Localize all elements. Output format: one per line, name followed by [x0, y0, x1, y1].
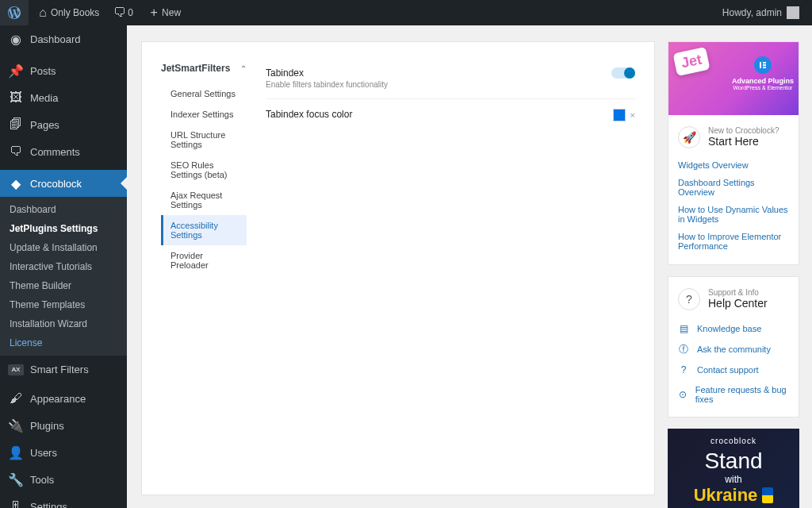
- settings-icon: 🎚: [8, 498, 24, 508]
- help-link-feature-requests[interactable]: ⊙Feature requests & bug fixes: [668, 380, 799, 409]
- tabindex-label: Tabindex: [266, 67, 603, 79]
- site-name: Only Books: [51, 7, 99, 18]
- comment-icon: 🗨: [8, 144, 24, 160]
- new-link[interactable]: +New: [140, 0, 187, 25]
- tabs-header[interactable]: JetSmartFilters⌃: [161, 58, 247, 83]
- tab-provider-preloader[interactable]: Provider Preloader: [161, 245, 247, 275]
- crocoblock-icon: ◆: [8, 175, 24, 191]
- submenu-dashboard[interactable]: Dashboard: [0, 200, 127, 219]
- link-improve-elementor[interactable]: How to Improve Elementor Performance: [678, 228, 789, 255]
- account-link[interactable]: Howdy, admin: [716, 0, 806, 25]
- focus-color-swatch[interactable]: [613, 109, 626, 121]
- adv-plugins-title: Advanced Plugins: [732, 77, 794, 85]
- tab-seo-rules-settings[interactable]: SEO Rules Settings (beta): [161, 155, 247, 185]
- submenu-update-installation[interactable]: Update & Installation: [0, 238, 127, 257]
- card-start-here: Jet Advanced Plugins WordPress & Element…: [668, 41, 799, 265]
- comment-icon: 🗨: [112, 5, 128, 21]
- sidebar-item-plugins[interactable]: 🔌Plugins: [0, 412, 127, 439]
- sidebar-item-settings[interactable]: 🎚Settings: [0, 493, 127, 508]
- smart-filters-badge: AX: [8, 364, 24, 375]
- jet-logo: Jet: [672, 47, 710, 76]
- ukraine-brand: crocoblock: [710, 437, 756, 445]
- tab-general-settings[interactable]: General Settings: [161, 83, 247, 104]
- plus-icon: +: [146, 5, 162, 21]
- sidebar-item-smart-filters[interactable]: AXSmart Filters: [0, 359, 127, 380]
- ukraine-stand: Stand: [704, 450, 762, 472]
- wordpress-logo[interactable]: [0, 0, 29, 25]
- plugin-icon: 🔌: [8, 418, 24, 433]
- appearance-icon: 🖌: [8, 391, 24, 406]
- sidebar-item-crocoblock[interactable]: ◆Crocoblock: [0, 170, 127, 197]
- user-icon: 👤: [8, 444, 24, 460]
- sidebar-item-tools[interactable]: 🔧Tools: [0, 466, 127, 493]
- ukraine-ribbon-icon: [762, 487, 773, 503]
- sidebar-item-users[interactable]: 👤Users: [0, 439, 127, 466]
- sidebar-item-pages[interactable]: 🗐Pages: [0, 111, 127, 138]
- media-icon: 🖾: [8, 90, 24, 106]
- adv-plugins-sub: WordPress & Elementor: [732, 85, 794, 90]
- card-help-center: ? Support & Info Help Center ▤Knowledge …: [668, 276, 799, 418]
- home-icon: ⌂: [35, 5, 51, 21]
- link-dynamic-values[interactable]: How to Use Dynamic Values in Widgets: [678, 201, 789, 228]
- settings-content: Tabindex Enable filters tabindex functio…: [266, 58, 635, 479]
- link-dashboard-settings-overview[interactable]: Dashboard Settings Overview: [678, 174, 789, 201]
- site-link[interactable]: ⌂Only Books: [29, 0, 105, 25]
- main-panel: JetSmartFilters⌃ General Settings Indexe…: [141, 41, 655, 495]
- wordpress-icon: [6, 5, 22, 21]
- tabindex-desc: Enable filters tabindex functionality: [266, 80, 603, 89]
- elementor-icon: [754, 56, 772, 74]
- setting-row-tabindex: Tabindex Enable filters tabindex functio…: [266, 58, 635, 99]
- submenu-license[interactable]: License: [0, 333, 127, 352]
- submenu-jetplugins-settings[interactable]: JetPlugins Settings: [0, 219, 127, 238]
- book-icon: ▤: [678, 323, 689, 334]
- sidebar-item-posts[interactable]: 📌Posts: [0, 57, 127, 84]
- ukraine-text: Ukraine: [694, 485, 758, 506]
- svg-rect-3: [763, 67, 766, 68]
- submenu-installation-wizard[interactable]: Installation Wizard: [0, 314, 127, 333]
- tab-url-structure-settings[interactable]: URL Structure Settings: [161, 125, 247, 155]
- tab-ajax-request-settings[interactable]: Ajax Request Settings: [161, 185, 247, 215]
- rocket-icon: 🚀: [678, 126, 700, 148]
- settings-tabs: JetSmartFilters⌃ General Settings Indexe…: [161, 58, 247, 479]
- start-big: Start Here: [708, 135, 779, 148]
- comments-link[interactable]: 🗨0: [105, 0, 140, 25]
- admin-topbar: ⌂Only Books 🗨0 +New Howdy, admin: [0, 0, 812, 25]
- chevron-up-icon: ⌃: [240, 64, 247, 73]
- comments-count: 0: [128, 7, 133, 18]
- ukraine-with: with: [725, 474, 741, 485]
- focus-color-label: Tabindex focus color: [266, 109, 603, 120]
- howdy-text: Howdy, admin: [722, 7, 782, 18]
- svg-rect-2: [763, 64, 766, 66]
- sidebar-item-appearance[interactable]: 🖌Appearance: [0, 385, 127, 412]
- banner-jetbuilder[interactable]: Jet Advanced Plugins WordPress & Element…: [668, 42, 799, 115]
- link-widgets-overview[interactable]: Widgets Overview: [678, 156, 789, 174]
- tab-accessibility-settings[interactable]: Accessibility Settings: [161, 215, 247, 245]
- svg-rect-0: [760, 62, 761, 68]
- avatar: [787, 6, 799, 19]
- facebook-icon: ⓕ: [678, 344, 689, 355]
- start-small: New to Crocoblock?: [708, 126, 779, 135]
- svg-rect-1: [763, 62, 766, 64]
- sidebar-item-comments[interactable]: 🗨Comments: [0, 138, 127, 165]
- tool-icon: 🔧: [8, 471, 24, 487]
- sidebar-item-media[interactable]: 🖾Media: [0, 84, 127, 111]
- support-icon: ?: [678, 364, 689, 375]
- help-link-knowledge-base[interactable]: ▤Knowledge base: [668, 318, 799, 339]
- submenu-theme-builder[interactable]: Theme Builder: [0, 276, 127, 295]
- banner-ukraine[interactable]: crocoblock Stand with Ukraine: [668, 429, 799, 508]
- dashboard-icon: ◉: [8, 31, 24, 47]
- submenu-interactive-tutorials[interactable]: Interactive Tutorials: [0, 257, 127, 276]
- help-link-support[interactable]: ?Contact support: [668, 360, 799, 380]
- sidebar-item-dashboard[interactable]: ◉Dashboard: [0, 25, 127, 52]
- tabindex-toggle[interactable]: [611, 67, 635, 79]
- tab-indexer-settings[interactable]: Indexer Settings: [161, 104, 247, 125]
- pin-icon: 📌: [8, 63, 24, 79]
- help-big: Help Center: [708, 297, 768, 310]
- admin-sidebar: ◉Dashboard 📌Posts 🖾Media 🗐Pages 🗨Comment…: [0, 25, 127, 508]
- help-small: Support & Info: [708, 288, 768, 297]
- aside: Jet Advanced Plugins WordPress & Element…: [668, 41, 799, 495]
- submenu-theme-templates[interactable]: Theme Templates: [0, 295, 127, 314]
- focus-color-clear[interactable]: ×: [630, 110, 635, 120]
- question-icon: ?: [678, 288, 700, 310]
- help-link-community[interactable]: ⓕAsk the community: [668, 339, 799, 360]
